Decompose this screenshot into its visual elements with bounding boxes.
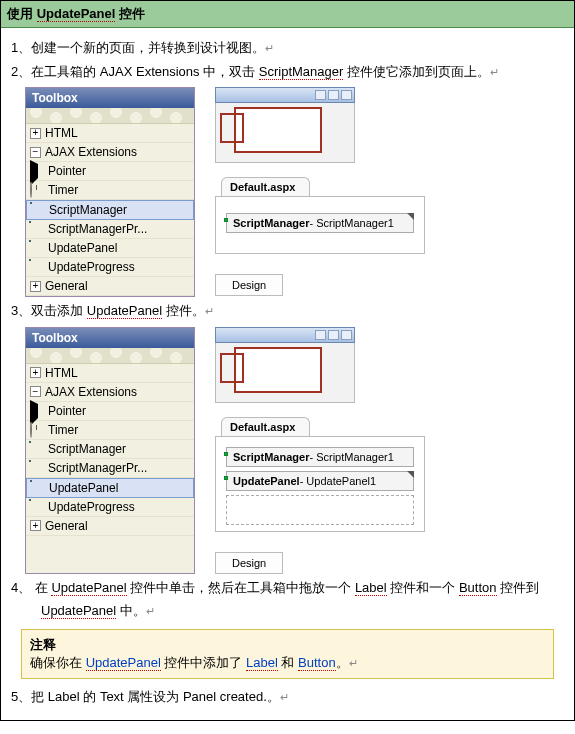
sm-bold: ScriptManager <box>233 217 309 229</box>
gear-icon <box>31 203 45 217</box>
toolbox-item-scriptmanager[interactable]: ScriptManager <box>26 440 194 459</box>
mini-window-2 <box>215 327 355 403</box>
mini-window-titlebar <box>215 327 355 343</box>
toolbox-item-updatepanel[interactable]: UpdatePanel <box>26 478 194 498</box>
toolbox-item-pointer[interactable]: Pointer <box>26 402 194 421</box>
step-2: 2、在工具箱的 AJAX Extensions 中，双击 ScriptManag… <box>11 62 564 82</box>
selection-rect-inner <box>234 107 322 153</box>
smarttag-icon <box>224 218 228 222</box>
tb-up-label: UpdatePanel <box>48 241 117 255</box>
mini-window-titlebar <box>215 87 355 103</box>
tb-pointer-label: Pointer <box>48 404 86 418</box>
minus-icon: − <box>30 147 41 158</box>
minimize-icon[interactable] <box>315 90 326 100</box>
minus-icon: − <box>30 386 41 397</box>
gear-icon <box>30 260 44 274</box>
maximize-icon[interactable] <box>328 90 339 100</box>
design-view-button[interactable]: Design <box>215 274 283 296</box>
toolbox-panel-1: Toolbox + HTML − AJAX Extensions Pointer… <box>25 87 195 297</box>
up-rest: - UpdatePanel1 <box>300 475 376 487</box>
step4-t2: 控件中单击，然后在工具箱中拖放一个 <box>127 580 355 595</box>
step3-t2: 控件。 <box>162 303 205 318</box>
toolbox-item-ajax[interactable]: − AJAX Extensions <box>26 383 194 402</box>
step3-t1: 双击添加 <box>31 303 87 318</box>
tb-timer-label: Timer <box>48 423 78 437</box>
toolbox-panel-2: Toolbox + HTML − AJAX Extensions Pointer… <box>25 327 195 574</box>
tb-smp-label: ScriptManagerPr... <box>48 461 147 475</box>
toolbox-item-pointer[interactable]: Pointer <box>26 162 194 181</box>
toolbox-title: Toolbox <box>26 88 194 108</box>
plus-icon: + <box>30 367 41 378</box>
mini-window-1 <box>215 87 355 163</box>
toolbox-item-html[interactable]: + HTML <box>26 364 194 383</box>
designer-tab[interactable]: Default.aspx <box>221 417 310 436</box>
sm-rest: - ScriptManager1 <box>309 451 393 463</box>
step4-updatepanel2: UpdatePanel <box>41 603 116 619</box>
note-t3: 和 <box>278 655 298 670</box>
tb-sm-label: ScriptManager <box>49 203 127 217</box>
note-updatepanel: UpdatePanel <box>86 655 161 671</box>
smarttag-icon <box>224 452 228 456</box>
designer-tab[interactable]: Default.aspx <box>221 177 310 196</box>
selection-rect-outer <box>220 113 244 143</box>
toolbox-item-updateprogress[interactable]: UpdateProgress <box>26 498 194 517</box>
maximize-icon[interactable] <box>328 330 339 340</box>
smarttag-arrow-icon[interactable] <box>407 213 414 220</box>
scriptmanager-control[interactable]: ScriptManager - ScriptManager1 <box>226 447 414 467</box>
toolbox-item-timer[interactable]: Timer <box>26 421 194 440</box>
step3-updatepanel: UpdatePanel <box>87 303 162 319</box>
toolbox-item-html[interactable]: + HTML <box>26 124 194 143</box>
step4-t5: 中。 <box>116 603 146 618</box>
note-label: Label <box>246 655 278 671</box>
toolbox-item-scriptmanager[interactable]: ScriptManager <box>26 200 194 220</box>
toolbox-item-updateprogress[interactable]: UpdateProgress <box>26 258 194 277</box>
step-5: 5、把 Label 的 Text 属性设为 Panel created.。↵ <box>11 687 564 707</box>
figure-right-col-1: Default.aspx ScriptManager - ScriptManag… <box>215 87 425 297</box>
gear-icon <box>30 442 44 456</box>
toolbox-item-general[interactable]: + General <box>26 517 194 536</box>
step-4-line2: UpdatePanel 中。↵ <box>11 601 564 621</box>
selection-rect-outer <box>220 353 244 383</box>
design-view-button[interactable]: Design <box>215 552 283 574</box>
pointer-icon <box>30 404 44 418</box>
gear-icon <box>31 481 45 495</box>
step5-num: 5、 <box>11 689 31 704</box>
sm-bold: ScriptManager <box>233 451 309 463</box>
minimize-icon[interactable] <box>315 330 326 340</box>
toolbox-title: Toolbox <box>26 328 194 348</box>
tb-html-label: HTML <box>45 126 78 140</box>
toolbox-item-scriptmanagerproxy[interactable]: ScriptManagerPr... <box>26 459 194 478</box>
step2-t1: 在工具箱的 AJAX Extensions 中，双击 <box>31 64 259 79</box>
note-button: Button <box>298 655 336 671</box>
toolbox-item-general[interactable]: + General <box>26 277 194 296</box>
step-1: 1、创建一个新的页面，并转换到设计视图。↵ <box>11 38 564 58</box>
step4-button: Button <box>459 580 497 596</box>
close-icon[interactable] <box>341 90 352 100</box>
return-icon: ↵ <box>265 42 274 54</box>
updatepanel-control[interactable]: UpdatePanel - UpdatePanel1 <box>226 471 414 491</box>
step-3: 3、双击添加 UpdatePanel 控件。↵ <box>11 301 564 321</box>
scriptmanager-control[interactable]: ScriptManager - ScriptManager1 <box>226 213 414 233</box>
tb-ajax-label: AJAX Extensions <box>45 145 137 159</box>
step-4: 4、 在 UpdatePanel 控件中单击，然后在工具箱中拖放一个 Label… <box>11 578 564 598</box>
toolbox-item-timer[interactable]: Timer <box>26 181 194 200</box>
toolbox-item-ajax[interactable]: − AJAX Extensions <box>26 143 194 162</box>
toolbox-item-updatepanel[interactable]: UpdatePanel <box>26 239 194 258</box>
step1-text: 创建一个新的页面，并转换到设计视图。 <box>31 40 265 55</box>
close-icon[interactable] <box>341 330 352 340</box>
smarttag-arrow-icon[interactable] <box>407 471 414 478</box>
designer-tab-label: Default.aspx <box>230 181 295 193</box>
gear-icon <box>30 500 44 514</box>
tb-upp-label: UpdateProgress <box>48 260 135 274</box>
updatepanel-content-area[interactable] <box>226 495 414 525</box>
designer-area-2: Default.aspx ScriptManager - ScriptManag… <box>215 417 425 574</box>
toolbox-item-scriptmanagerproxy[interactable]: ScriptManagerPr... <box>26 220 194 239</box>
step4-t1: 在 <box>31 580 51 595</box>
clock-icon <box>30 183 44 197</box>
step2-num: 2、 <box>11 64 31 79</box>
tb-timer-label: Timer <box>48 183 78 197</box>
note-body: 确保你在 UpdatePanel 控件中添加了 Label 和 Button。↵ <box>30 654 545 672</box>
header-cn1: 使用 <box>7 6 37 21</box>
step1-num: 1、 <box>11 40 31 55</box>
header-en: UpdatePanel <box>37 6 116 22</box>
